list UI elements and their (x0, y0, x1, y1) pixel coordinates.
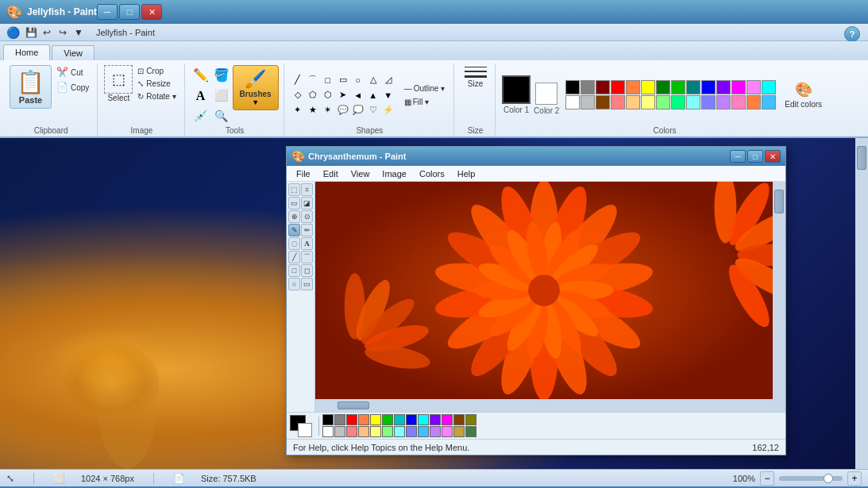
ic-lgreen[interactable] (382, 426, 393, 437)
inner-text[interactable]: A (301, 237, 313, 250)
color-llgreen[interactable] (671, 95, 685, 110)
color-teal[interactable] (686, 80, 700, 94)
ic-lorange[interactable] (358, 426, 369, 437)
inner-canvas-area[interactable] (315, 182, 785, 412)
tab-view[interactable]: View (52, 45, 95, 60)
pentagon-shape[interactable]: ⬠ (306, 88, 320, 102)
inner-restore-button[interactable]: □ (747, 150, 763, 163)
undo-quick-button[interactable]: ↩ (39, 25, 55, 40)
ic-blue[interactable] (406, 414, 417, 425)
select-button[interactable]: ⬚ (104, 65, 133, 94)
color-blue[interactable] (701, 80, 716, 94)
right-arrow-shape[interactable]: ➤ (336, 88, 350, 102)
tab-home[interactable]: Home (3, 44, 50, 60)
inner-vscroll-thumb[interactable] (774, 190, 784, 213)
diamond-shape[interactable]: ◇ (291, 88, 305, 102)
inner-line[interactable]: ╱ (288, 251, 300, 263)
zoom-slider[interactable] (779, 476, 843, 481)
app-menu-icon[interactable]: 🔵 (3, 26, 23, 39)
inner-pencil[interactable]: ✎ (288, 224, 300, 236)
ic-lblue[interactable] (406, 426, 417, 437)
color-dgray[interactable] (581, 80, 595, 94)
color-black[interactable] (565, 80, 580, 94)
color-sky[interactable] (762, 95, 776, 110)
5star-shape[interactable]: ★ (306, 103, 320, 117)
color-green[interactable] (671, 80, 685, 94)
color-lteal[interactable] (686, 95, 700, 110)
color-brown[interactable] (596, 95, 610, 110)
inner-poly[interactable]: ◻ (301, 264, 313, 277)
ic-lbrown[interactable] (453, 426, 465, 437)
ic-white[interactable] (322, 426, 334, 437)
ic-lyellow[interactable] (370, 426, 381, 437)
brushes-button[interactable]: 🖌️ Brushes ▼ (233, 65, 279, 110)
color-lred[interactable] (611, 95, 625, 110)
ellipse-shape[interactable]: ○ (351, 73, 365, 87)
fill-tool-button[interactable]: 🪣 (212, 65, 231, 85)
ic-teal[interactable] (394, 414, 405, 425)
inner-hscrollbar[interactable] (315, 399, 773, 412)
color-white[interactable] (565, 95, 580, 110)
rotate-button[interactable]: ↻ Rotate ▾ (134, 90, 179, 102)
ic-purple[interactable] (430, 414, 441, 425)
curve-shape[interactable]: ⌒ (306, 73, 320, 87)
inner-menu-help[interactable]: Help (451, 167, 482, 180)
inner-roundrect[interactable]: ▭ (301, 278, 313, 290)
color-pink[interactable] (731, 95, 746, 110)
up-arrow-shape[interactable]: ▲ (366, 88, 380, 102)
color-red[interactable] (611, 80, 625, 94)
background-canvas[interactable]: 🎨 Chrysanthemum - Paint ─ □ ✕ File Edit … (0, 138, 855, 469)
ic-lgray[interactable] (334, 426, 345, 437)
inner-close-button[interactable]: ✕ (765, 150, 781, 163)
outer-vscrollbar[interactable] (855, 138, 868, 469)
heart-shape[interactable]: ♡ (366, 103, 380, 117)
inner-menu-view[interactable]: View (345, 167, 376, 180)
crop-button[interactable]: ⊡ Crop (134, 65, 179, 77)
ic-dgray[interactable] (334, 414, 345, 425)
color-lmagenta[interactable] (746, 80, 761, 94)
ic-brown[interactable] (453, 414, 465, 425)
ic-cyan[interactable] (418, 414, 429, 425)
rect-shape[interactable]: □ (321, 73, 335, 87)
4star-shape[interactable]: ✦ (291, 103, 305, 117)
lightning-shape[interactable]: ⚡ (381, 103, 395, 117)
ic-orange[interactable] (358, 414, 369, 425)
6star-shape[interactable]: ✶ (321, 103, 335, 117)
zoom-in-button[interactable]: + (847, 471, 862, 486)
hexagon-shape[interactable]: ⬡ (321, 88, 335, 102)
ic-olive[interactable] (465, 414, 476, 425)
outline-button[interactable]: — Outline ▾ (400, 83, 449, 94)
left-arrow-shape[interactable]: ◄ (351, 88, 365, 102)
inner-ellipse[interactable]: ○ (288, 278, 300, 290)
outer-vscroll-thumb[interactable] (857, 146, 866, 170)
fill-button[interactable]: ▦ Fill ▾ (400, 96, 449, 108)
color-lgreen[interactable] (656, 95, 670, 110)
inner-select-free[interactable]: ⌗ (301, 183, 313, 196)
inner-menu-file[interactable]: File (290, 167, 317, 180)
help-button[interactable]: ? (844, 26, 860, 42)
speech-shape[interactable]: 💬 (336, 103, 350, 117)
color-lblue[interactable] (701, 95, 716, 110)
color-peach[interactable] (746, 95, 761, 110)
restore-button[interactable]: □ (119, 4, 140, 20)
zoom-slider-thumb[interactable] (824, 474, 833, 483)
inner-fill[interactable]: ◪ (301, 197, 313, 209)
inner-vscrollbar[interactable] (773, 182, 785, 399)
triangle-shape[interactable]: △ (366, 73, 380, 87)
cut-button[interactable]: ✂️ Cut (53, 65, 92, 79)
eraser-button[interactable]: ⬜ (212, 86, 231, 106)
color-darkred[interactable] (596, 80, 610, 94)
inner-menu-colors[interactable]: Colors (413, 167, 451, 180)
color-dgreen[interactable] (656, 80, 670, 94)
color2-swatch[interactable] (535, 83, 557, 105)
ic-pink[interactable] (442, 426, 453, 437)
ic-yellow[interactable] (370, 414, 381, 425)
ic-dgreen[interactable] (465, 426, 476, 437)
inner-hscroll-thumb[interactable] (338, 402, 369, 409)
color-lyellow[interactable] (641, 95, 655, 110)
size-button[interactable]: Size (461, 65, 490, 90)
pencil-button[interactable]: ✏️ (191, 65, 210, 85)
copy-button[interactable]: 📄 Copy (53, 80, 92, 94)
inner-eyedropper[interactable]: ⊕ (288, 210, 300, 223)
eyedropper-button[interactable]: 💉 (191, 107, 210, 125)
